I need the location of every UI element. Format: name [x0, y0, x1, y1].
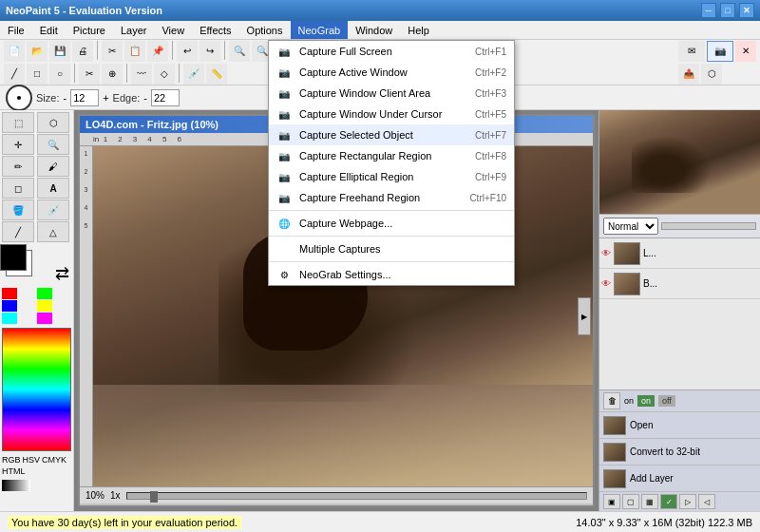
tb-email[interactable]: ✉	[678, 41, 705, 62]
dd-capture-rect[interactable]: 📷 Capture Rectangular Region Ctrl+F8	[269, 145, 514, 166]
tool-text2[interactable]: A	[37, 178, 69, 199]
preview-cat	[632, 136, 712, 193]
layer-icon-2[interactable]: ▢	[622, 494, 639, 509]
ctx-item-addlayer[interactable]: Add Layer	[599, 466, 760, 492]
tb-copy[interactable]: 📋	[124, 41, 145, 62]
delete-layer-btn[interactable]: 🗑	[603, 392, 620, 409]
dd-capture-freehand[interactable]: 📷 Capture Freehand Region Ctrl+F10	[269, 187, 514, 208]
menu-view[interactable]: View	[154, 21, 192, 39]
zoom-slider-thumb[interactable]	[150, 491, 158, 503]
palette-blue[interactable]	[2, 300, 17, 312]
tool-eraser2[interactable]: ◻	[2, 178, 34, 199]
ctx-item-open[interactable]: Open	[599, 412, 760, 439]
menu-picture[interactable]: Picture	[66, 21, 113, 39]
tb-undo[interactable]: ↩	[177, 41, 198, 62]
tb-cut[interactable]: ✂	[102, 41, 123, 62]
dd-capture-client[interactable]: 📷 Capture Window Client Area Ctrl+F3	[269, 83, 514, 104]
toggle-on-btn[interactable]: on	[637, 395, 655, 407]
menu-window[interactable]: Window	[348, 21, 400, 39]
palette-cyan[interactable]	[2, 313, 17, 324]
tool-shape[interactable]: △	[37, 221, 69, 242]
tb-new[interactable]: 📄	[4, 41, 25, 62]
tb-paste[interactable]: 📌	[147, 41, 168, 62]
layer-icon-1[interactable]: ▣	[603, 494, 620, 509]
menu-edit[interactable]: Edit	[32, 21, 66, 39]
tb-circle[interactable]: ○	[49, 64, 70, 85]
tb-rect[interactable]: □	[27, 64, 48, 85]
toggle-off-btn[interactable]: off	[658, 395, 675, 407]
ctx-item-convert[interactable]: Convert to 32-bit	[599, 439, 760, 466]
tb-close-img[interactable]: ✕	[735, 41, 756, 62]
capture-selected-icon: 📷	[276, 127, 292, 142]
maximize-button[interactable]: □	[720, 3, 735, 18]
dd-capture-selected[interactable]: 📷 Capture Selected Object Ctrl+F7	[269, 124, 514, 145]
tb-open[interactable]: 📂	[27, 41, 48, 62]
tb-neograb-capture[interactable]: 📷	[707, 41, 733, 62]
tb-line[interactable]: ╱	[4, 64, 25, 85]
dd-capture-webpage[interactable]: 🌐 Capture Webpage...	[269, 213, 514, 234]
tb-redo[interactable]: ↪	[200, 41, 220, 62]
tool-eyedrop2[interactable]: 💉	[37, 200, 69, 220]
dd-capture-active[interactable]: 📷 Capture Active Window Ctrl+F2	[269, 62, 514, 83]
tb-send[interactable]: 📤	[678, 64, 699, 85]
dd-multiple-captures[interactable]: Multiple Captures	[269, 238, 514, 259]
dd-capture-fullscreen[interactable]: 📷 Capture Full Screen Ctrl+F1	[269, 41, 514, 62]
menu-options[interactable]: Options	[239, 21, 291, 39]
tool-line2[interactable]: ╱	[2, 221, 34, 242]
menu-help[interactable]: Help	[400, 21, 437, 39]
tool-pencil[interactable]: ✏	[2, 156, 34, 177]
zoom-slider-track[interactable]	[126, 492, 587, 500]
tool-select-rect[interactable]: ⬚	[2, 112, 34, 133]
layer-item-0[interactable]: 👁 L...	[599, 238, 760, 269]
tb-measure[interactable]: 📏	[206, 64, 227, 85]
menu-layer[interactable]: Layer	[113, 21, 155, 39]
menu-neograb[interactable]: NeoGrab	[291, 21, 349, 39]
tool-fill2[interactable]: 🪣	[2, 200, 34, 220]
color-gradient-bar[interactable]	[2, 328, 71, 451]
mode-cmyk[interactable]: CMYK	[42, 455, 66, 465]
tool-zoom[interactable]: 🔍	[37, 134, 69, 155]
layer-icon-3[interactable]: ▦	[641, 494, 658, 509]
layer-icon-4[interactable]: ✓	[660, 494, 677, 509]
tb-zoom-in[interactable]: 🔍	[229, 41, 250, 62]
bw-gradient[interactable]	[2, 480, 30, 491]
dd-item-label-client: Capture Window Client Area	[299, 87, 467, 99]
scroll-right[interactable]: ▶	[578, 297, 591, 335]
layer-icon-5[interactable]: ▷	[679, 494, 696, 509]
mode-hsv[interactable]: HSV	[23, 455, 41, 465]
tb-save[interactable]: 💾	[49, 41, 70, 62]
blend-mode-select[interactable]: Normal	[603, 218, 658, 235]
edge-input[interactable]	[151, 89, 180, 106]
tb-print[interactable]: 🖨	[72, 41, 93, 62]
foreground-color[interactable]	[0, 244, 27, 271]
edge-dash: -	[143, 92, 147, 104]
tb-smudge[interactable]: 〰	[131, 64, 152, 85]
minimize-button[interactable]: ─	[701, 3, 716, 18]
mode-html[interactable]: HTML	[2, 466, 26, 476]
layer-icon-6[interactable]: ◁	[698, 494, 715, 509]
size-input[interactable]	[70, 89, 99, 106]
tb-crop[interactable]: ✂	[79, 64, 100, 85]
menu-file[interactable]: File	[0, 21, 32, 39]
dd-capture-cursor[interactable]: 📷 Capture Window Under Cursor Ctrl+F5	[269, 104, 514, 124]
tb-3d[interactable]: ⬡	[701, 64, 722, 85]
tool-move[interactable]: ✛	[2, 134, 34, 155]
dd-neograb-settings[interactable]: ⚙ NeoGrab Settings...	[269, 264, 514, 285]
tool-brush2[interactable]: 🖌	[37, 156, 69, 177]
close-button[interactable]: ✕	[739, 3, 754, 18]
dd-capture-elliptical[interactable]: 📷 Capture Elliptical Region Ctrl+F9	[269, 166, 514, 187]
layer-item-1[interactable]: 👁 B...	[599, 269, 760, 299]
tb-clone[interactable]: ⊕	[102, 64, 123, 85]
tb-eyedrop[interactable]: 💉	[183, 64, 204, 85]
mode-rgb[interactable]: RGB	[2, 455, 21, 465]
dd-shortcut-client: Ctrl+F3	[475, 88, 506, 99]
palette-magenta[interactable]	[37, 313, 52, 324]
menu-effects[interactable]: Effects	[192, 21, 238, 39]
tb-sharpen[interactable]: ◇	[154, 64, 175, 85]
tool-select-freehand[interactable]: ⬡	[37, 112, 69, 133]
palette-yellow[interactable]	[37, 300, 52, 312]
palette-lime[interactable]	[37, 288, 52, 299]
swap-colors[interactable]: ⇄	[55, 263, 69, 284]
palette-red[interactable]	[2, 288, 17, 299]
opacity-slider[interactable]	[661, 222, 756, 230]
